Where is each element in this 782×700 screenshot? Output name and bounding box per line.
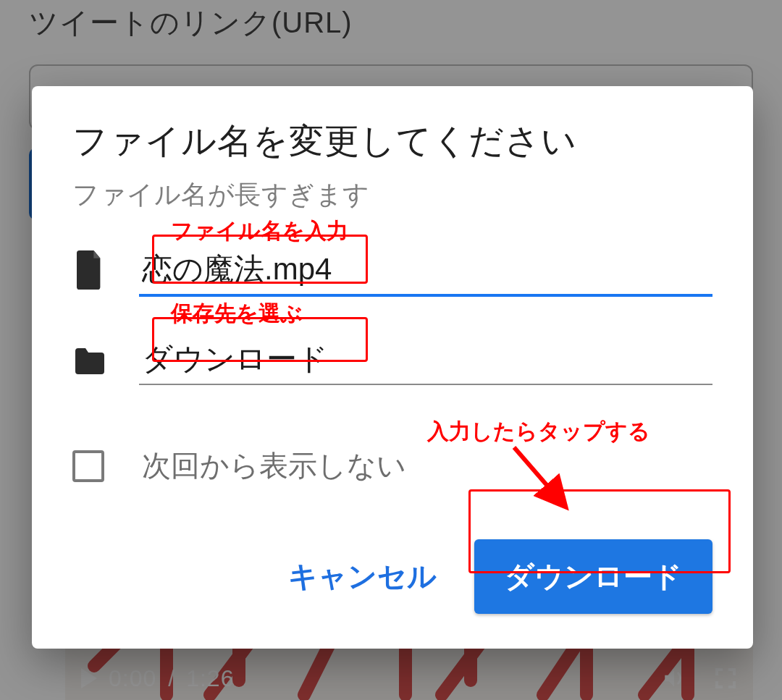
cancel-button[interactable]: キャンセル bbox=[278, 542, 447, 611]
svg-line-7 bbox=[514, 447, 560, 501]
file-icon bbox=[72, 250, 107, 297]
folder-icon bbox=[72, 347, 107, 385]
annotation-folder-box bbox=[152, 317, 368, 362]
annotation-filename-box bbox=[152, 235, 368, 284]
dialog-title: ファイル名を変更してください bbox=[72, 118, 712, 164]
annotation-arrow bbox=[507, 440, 594, 527]
dialog-subtitle: ファイル名が長すぎます bbox=[72, 177, 712, 213]
dont-show-checkbox[interactable] bbox=[72, 450, 104, 482]
dont-show-label: 次回から表示しない bbox=[142, 446, 406, 486]
